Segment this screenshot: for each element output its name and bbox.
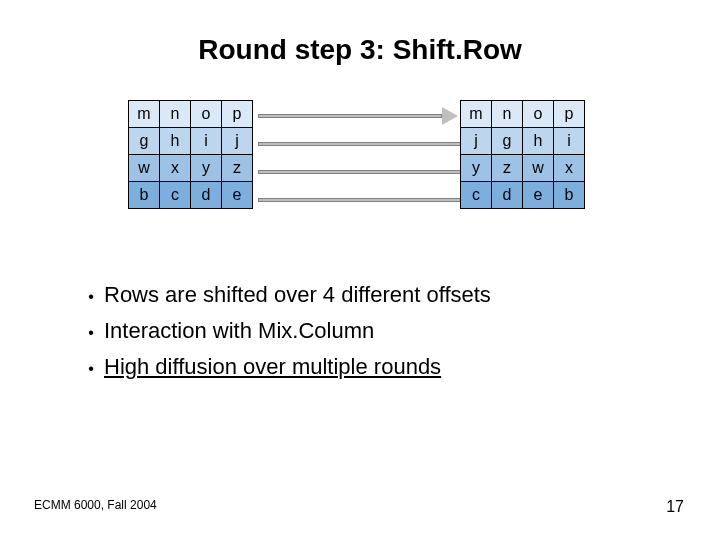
cell: b: [554, 182, 585, 209]
bullet-item: • Interaction with Mix.Column: [78, 314, 491, 350]
cell: y: [191, 155, 222, 182]
cell: w: [523, 155, 554, 182]
bullet-text: High diffusion over multiple rounds: [104, 350, 441, 384]
cell: g: [129, 128, 160, 155]
cell: c: [461, 182, 492, 209]
cell: z: [222, 155, 253, 182]
cell: j: [222, 128, 253, 155]
slide-title: Round step 3: Shift.Row: [0, 34, 720, 66]
cell: z: [492, 155, 523, 182]
cell: d: [492, 182, 523, 209]
cell: j: [461, 128, 492, 155]
bullet-dot-icon: •: [78, 352, 104, 386]
bullet-text: Interaction with Mix.Column: [104, 314, 374, 348]
cell: h: [160, 128, 191, 155]
cell: e: [222, 182, 253, 209]
cell: i: [554, 128, 585, 155]
cell: w: [129, 155, 160, 182]
bullet-item: • Rows are shifted over 4 different offs…: [78, 278, 491, 314]
cell: x: [160, 155, 191, 182]
footer-course: ECMM 6000, Fall 2004: [34, 498, 157, 512]
cell: e: [523, 182, 554, 209]
state-grid-before: m n o p g h i j w x y z b c d e: [128, 100, 253, 209]
cell: y: [461, 155, 492, 182]
cell: o: [523, 101, 554, 128]
shiftrow-diagram: m n o p g h i j w x y z b c d e: [128, 100, 596, 220]
cell: p: [554, 101, 585, 128]
arrow-row-0: [258, 114, 442, 118]
arrow-head-icon: [442, 107, 458, 125]
shift-arrows: [258, 102, 458, 218]
state-grid-after: m n o p j g h i y z w x c d e b: [460, 100, 585, 209]
cell: h: [523, 128, 554, 155]
footer-page-number: 17: [666, 498, 684, 516]
bullet-item: • High diffusion over multiple rounds: [78, 350, 491, 386]
cell: d: [191, 182, 222, 209]
cell: b: [129, 182, 160, 209]
cell: p: [222, 101, 253, 128]
bullet-dot-icon: •: [78, 316, 104, 350]
cell: o: [191, 101, 222, 128]
bullet-text: Rows are shifted over 4 different offset…: [104, 278, 491, 312]
cell: m: [461, 101, 492, 128]
bullet-dot-icon: •: [78, 280, 104, 314]
cell: n: [492, 101, 523, 128]
cell: x: [554, 155, 585, 182]
arrow-row-1: [258, 142, 474, 146]
cell: i: [191, 128, 222, 155]
cell: g: [492, 128, 523, 155]
cell: c: [160, 182, 191, 209]
cell: n: [160, 101, 191, 128]
bullet-list: • Rows are shifted over 4 different offs…: [78, 278, 491, 386]
slide: Round step 3: Shift.Row m n o p g h i j …: [0, 0, 720, 540]
cell: m: [129, 101, 160, 128]
